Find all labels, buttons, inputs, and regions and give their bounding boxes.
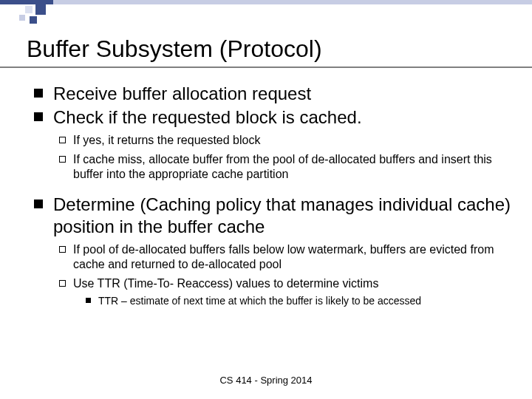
bullet-text: If pool of de-allocated buffers falls be… [73, 242, 514, 272]
bullet-level3: TTR – estimate of next time at which the… [27, 294, 514, 307]
hollow-square-bullet-icon [59, 156, 66, 163]
square-bullet-icon [34, 89, 43, 98]
slide-footer: CS 414 - Spring 2014 [0, 375, 532, 386]
bullet-text: Use TTR (Time-To- Reaccess) values to de… [73, 276, 378, 291]
bullet-level1: Determine (Caching policy that manages i… [27, 194, 514, 238]
slide-body: Receive buffer allocation request Check … [27, 83, 514, 307]
hollow-square-bullet-icon [59, 137, 66, 143]
bullet-text: If yes, it returns the requested block [73, 133, 260, 148]
square-bullet-icon [86, 298, 91, 303]
bullet-text: If cache miss, allocate buffer from the … [73, 152, 514, 182]
square-bullet-icon [34, 200, 43, 208]
slide-top-strip [0, 0, 532, 4]
bullet-level1: Check if the requested block is cached. [27, 106, 514, 129]
bullet-level2: If pool of de-allocated buffers falls be… [27, 242, 514, 272]
bullet-level2: If yes, it returns the requested block [27, 133, 514, 148]
bullet-text: Receive buffer allocation request [53, 83, 311, 105]
bullet-text: Check if the requested block is cached. [53, 106, 362, 129]
square-bullet-icon [34, 112, 43, 121]
bullet-level2: Use TTR (Time-To- Reaccess) values to de… [27, 276, 514, 291]
slide-title: Buffer Subsystem (Protocol) [27, 35, 322, 63]
title-underline [0, 66, 532, 68]
bullet-text: Determine (Caching policy that manages i… [53, 194, 514, 238]
bullet-text: TTR – estimate of next time at which the… [98, 294, 421, 307]
hollow-square-bullet-icon [59, 246, 66, 253]
bullet-level1: Receive buffer allocation request [27, 83, 514, 105]
bullet-level2: If cache miss, allocate buffer from the … [27, 152, 514, 182]
hollow-square-bullet-icon [59, 280, 66, 287]
